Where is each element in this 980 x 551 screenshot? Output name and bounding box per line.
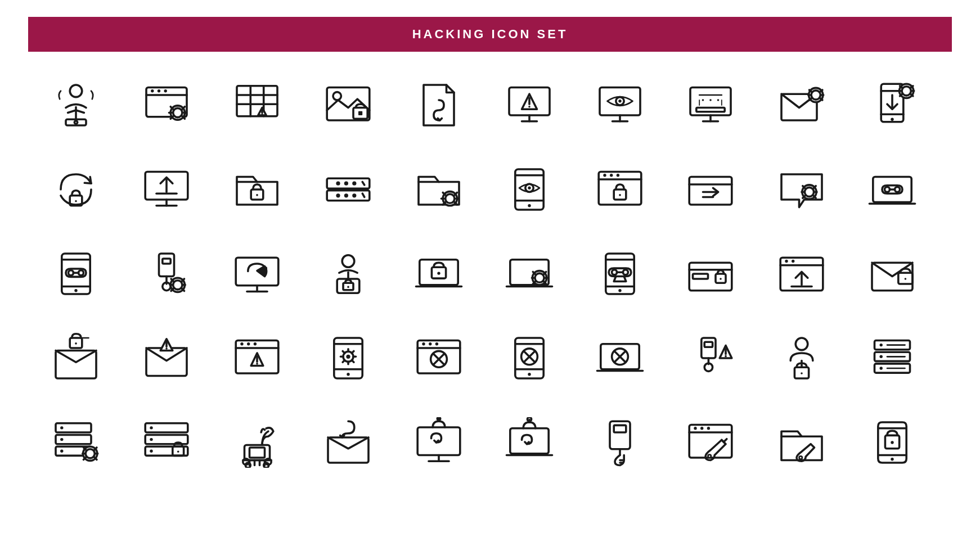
svg-point-192 — [904, 278, 906, 280]
email-warning-icon — [130, 322, 203, 395]
svg-point-253 — [801, 372, 803, 374]
page-container: HACKING ICON SET — [0, 0, 980, 551]
phone-eye-icon — [493, 153, 566, 226]
svg-point-8 — [151, 89, 154, 92]
svg-point-200 — [165, 347, 168, 350]
icons-grid — [28, 69, 952, 479]
svg-point-26 — [262, 114, 263, 115]
svg-point-257 — [879, 344, 882, 346]
chat-bug-icon — [765, 153, 838, 226]
router-lock-icon — [312, 237, 385, 310]
phone-goggles-icon — [39, 237, 113, 310]
svg-rect-139 — [163, 259, 170, 264]
svg-point-85 — [336, 182, 340, 186]
svg-line-222 — [343, 360, 345, 363]
svg-point-249 — [725, 355, 727, 358]
email-lock-icon — [856, 237, 929, 310]
svg-point-87 — [352, 182, 356, 186]
laptop-blocked-icon — [583, 322, 657, 395]
browser-bug-icon — [130, 69, 203, 142]
svg-point-47 — [710, 99, 712, 101]
svg-line-3 — [76, 110, 84, 113]
svg-point-314 — [708, 455, 711, 458]
svg-rect-114 — [690, 177, 732, 205]
svg-rect-19 — [237, 86, 277, 116]
laptop-hook-icon — [493, 406, 566, 479]
svg-point-205 — [254, 342, 257, 345]
svg-point-41 — [618, 100, 621, 102]
svg-point-234 — [528, 373, 531, 376]
monitor-eye-icon — [583, 69, 657, 142]
svg-point-109 — [603, 174, 606, 177]
file-hook-icon — [402, 69, 475, 142]
svg-point-0 — [70, 85, 82, 97]
svg-point-90 — [344, 193, 348, 197]
svg-point-10 — [164, 89, 167, 92]
usb-warning-icon — [674, 322, 747, 395]
monitor-hook-icon — [402, 406, 475, 479]
folder-lock-icon — [221, 153, 294, 226]
svg-point-280 — [150, 426, 152, 429]
svg-point-113 — [619, 194, 621, 196]
svg-line-219 — [343, 351, 345, 353]
svg-point-203 — [241, 342, 244, 345]
card-lock-icon — [674, 237, 747, 310]
svg-line-221 — [352, 351, 354, 353]
svg-point-75 — [75, 200, 77, 202]
title-bar: HACKING ICON SET — [28, 17, 952, 52]
svg-point-82 — [257, 194, 259, 196]
svg-point-48 — [717, 99, 720, 101]
svg-point-186 — [785, 260, 788, 263]
svg-point-227 — [435, 342, 438, 345]
monitor-restore-icon — [221, 237, 294, 310]
svg-point-317 — [799, 456, 802, 459]
svg-point-214 — [346, 355, 350, 359]
svg-point-134 — [74, 289, 77, 292]
svg-point-5 — [74, 121, 77, 124]
svg-point-36 — [528, 106, 531, 108]
phone-download-virus-icon — [856, 69, 929, 142]
svg-point-111 — [617, 174, 619, 177]
svg-point-284 — [177, 450, 179, 453]
svg-point-312 — [700, 427, 703, 430]
laptop-goggles-icon — [856, 153, 929, 226]
svg-point-161 — [437, 272, 440, 274]
svg-point-281 — [150, 438, 152, 441]
svg-point-208 — [257, 363, 259, 365]
svg-point-195 — [75, 342, 77, 345]
phone-blocked-icon — [493, 322, 566, 395]
svg-rect-181 — [693, 274, 708, 279]
svg-point-106 — [528, 187, 531, 189]
svg-point-268 — [60, 450, 63, 453]
svg-rect-301 — [510, 428, 549, 454]
svg-line-316 — [724, 439, 727, 442]
phone-goggles2-icon — [583, 237, 657, 310]
svg-point-225 — [422, 342, 425, 345]
svg-point-320 — [891, 458, 893, 460]
svg-point-89 — [336, 193, 340, 197]
svg-point-258 — [879, 355, 882, 358]
monitor-upload-icon — [130, 153, 203, 226]
svg-point-153 — [342, 255, 354, 268]
monitor-keyboard-icon — [674, 69, 747, 142]
svg-point-46 — [702, 99, 704, 101]
image-lock-icon — [312, 69, 385, 142]
svg-rect-244 — [705, 342, 713, 347]
firewall-warning-icon — [221, 69, 294, 142]
person-lock-icon — [765, 322, 838, 395]
message-forward-icon — [674, 153, 747, 226]
svg-rect-305 — [614, 425, 626, 432]
browser-blocked-icon — [402, 322, 475, 395]
email-hook-icon — [312, 406, 385, 479]
svg-point-266 — [60, 426, 63, 429]
svg-line-88 — [362, 182, 365, 185]
browser-warning-icon — [221, 322, 294, 395]
refresh-lock-icon — [39, 153, 113, 226]
svg-point-322 — [891, 441, 893, 444]
svg-point-204 — [247, 342, 250, 345]
folder-key-icon — [765, 406, 838, 479]
svg-point-28 — [333, 92, 341, 100]
svg-point-104 — [528, 204, 531, 207]
laptop-lock-icon — [402, 237, 475, 310]
browser-upload-icon — [765, 237, 838, 310]
